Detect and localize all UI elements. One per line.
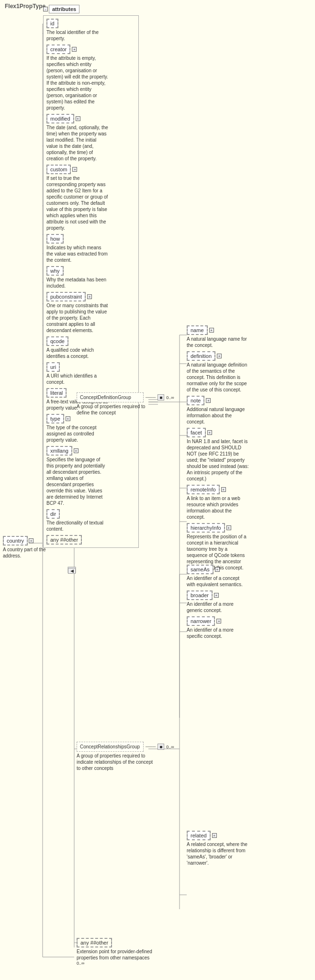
country-box: country [3,536,28,546]
connector-arrow-1: ─── [146,395,156,400]
any-other-bottom-box: any ##other [77,938,112,947]
any-other-bottom-desc: Extension point for provider-defined pro… [77,948,153,961]
item-remoteinfo-box: remoteInfo [187,485,220,494]
concept-rel-group-box: ConceptRelationshipsGroup [77,742,144,752]
item-name-desc: A natural language name for the concept. [187,336,249,348]
item-hierarchyinfo: hierarchyInfo + Represents the position … [187,523,249,571]
item-facet-desc: In NAR 1.8 and later, facet is deprecate… [187,438,249,482]
attr-pubconstraint-desc: One or many constraints that apply to pu… [46,302,109,334]
any-other-bottom-mult: 0..∞ [77,961,153,966]
concept-def-group-desc: A group of properties required to define… [77,403,153,416]
item-note-box: note [187,396,204,405]
attributes-inner: id The local identifier of the property.… [43,15,139,548]
item-related-desc: A related concept, where the relationshi… [187,841,249,866]
attr-modified-icon[interactable]: + [76,116,80,121]
item-note: note + Additional natural language infor… [187,396,249,425]
attr-xmllang-icon[interactable]: + [74,448,79,453]
item-sameas: sameAs + An identifier of a concept with… [187,565,249,588]
concept-rel-mult: 0..∞ [166,745,174,749]
attr-custom: custom + If set to true the correspondin… [46,165,135,231]
attr-literal-box: literal [46,388,67,398]
attr-uri-desc: A URI which identifies a concept. [46,373,109,385]
attr-creator-box: creator [46,45,70,54]
item-related-box: related [187,831,211,840]
attr-qcode-desc: A qualified code which identifies a conc… [46,347,109,359]
attr-id-desc: The local identifier of the property. [46,29,109,42]
country-icon[interactable]: + [29,538,34,543]
attr-id-box: id [46,19,58,28]
item-broader: broader + An identifier of a more generi… [187,590,249,613]
attr-pubconstraint-box: pubconstraint [46,292,86,301]
attributes-box: attributes [49,5,79,13]
attr-qcode-box: qcode [46,336,68,346]
country-section: country + A country part of the address. [3,536,65,559]
attr-how-desc: Indicates by which means the value was e… [46,245,109,263]
connector-box-2: ■ [158,744,164,750]
attributes-header: - attributes [43,5,139,13]
item-sameas-box: sameAs [187,565,214,574]
attr-creator: creator + If the attribute is empty, spe… [46,45,135,111]
any-other-bottom-label: any ##other [80,940,108,946]
item-related-icon[interactable]: + [212,833,217,838]
attr-pubconstraint: pubconstraint + One or many constraints … [46,292,135,334]
country-desc: A country part of the address. [3,546,65,559]
attr-dir-box: dir [46,509,60,519]
item-broader-box: broader [187,590,213,600]
attr-type-desc: The type of the concept assigned as cont… [46,424,109,443]
item-name: name + A natural language name for the c… [187,325,249,348]
attr-why: why Why the metadata has been included. [46,266,135,289]
right-rel-items-container: sameAs + An identifier of a concept with… [187,565,249,869]
item-definition-icon[interactable]: + [217,354,222,358]
attr-uri-box: uri [46,362,60,372]
item-sameas-desc: An identifier of a concept with equivale… [187,575,249,588]
attr-type-box: type [46,414,64,423]
attr-custom-desc: If set to true the corresponding propert… [46,175,109,231]
item-definition-box: definition [187,351,215,361]
left-connector-box: ◀ [68,568,76,574]
attr-dir: dir The directionality of textual conten… [46,509,135,532]
attributes-collapse-icon[interactable]: - [43,7,48,11]
item-facet-box: facet [187,428,206,437]
right-items-container: name + A natural language name for the c… [187,325,249,574]
attr-id: id The local identifier of the property. [46,19,135,42]
item-hierarchyinfo-box: hierarchyInfo [187,523,225,533]
attr-type-icon[interactable]: + [66,416,70,421]
attr-modified-box: modified [46,114,74,123]
any-other-bottom-section: any ##other Extension point for provider… [77,938,153,966]
attr-xmllang-box: xmllang [46,446,72,456]
attr-modified-desc: The date (and, optionally, the time) whe… [46,124,109,162]
item-remoteinfo-icon[interactable]: + [221,487,226,492]
item-definition: definition + A natural language definiti… [187,351,249,393]
item-note-desc: Additional natural language information … [187,406,249,425]
attr-custom-icon[interactable]: + [72,167,77,172]
item-broader-desc: An identifier of a more generic concept. [187,601,249,613]
concept-rel-group-label: ConceptRelationshipsGroup [80,744,140,749]
concept-def-mult: 0..∞ [166,395,174,400]
item-narrower-desc: An identifier of a more specific concept… [187,627,249,639]
item-name-icon[interactable]: + [209,328,214,333]
item-definition-desc: A natural language definition of the sem… [187,362,249,393]
attr-pubconstraint-icon[interactable]: + [87,294,92,299]
item-remoteinfo: remoteInfo + A link to an item or a web … [187,485,249,520]
item-narrower-icon[interactable]: + [216,619,221,624]
connector-box-1: ■ [158,394,164,401]
item-name-box: name [187,325,208,335]
item-facet-icon[interactable]: + [207,430,212,435]
attr-why-desc: Why the metadata has been included. [46,277,109,289]
item-hierarchyinfo-icon[interactable]: + [226,525,231,530]
attr-modified: modified + The date (and, optionally, th… [46,114,135,162]
item-sameas-icon[interactable]: + [215,567,220,572]
item-note-icon[interactable]: + [206,398,211,403]
connector-arrow-2: ─── [146,744,156,749]
concept-def-group-box: ConceptDefinitionGroup [77,392,144,402]
attr-creator-desc: If the attribute is empty, specifies whi… [46,55,109,111]
attr-xmllang: xmllang + Specifies the language of this… [46,446,135,506]
item-related: related + A related concept, where the r… [187,831,249,866]
attr-creator-icon[interactable]: + [72,47,77,52]
main-container: Flex1PropType [0,0,315,980]
attr-how-box: how [46,234,64,244]
attr-why-box: why [46,266,64,276]
concept-def-group-label: ConceptDefinitionGroup [80,395,131,400]
concept-rel-group-desc: A group of properties required to indica… [77,753,153,771]
item-broader-icon[interactable]: + [214,593,219,598]
